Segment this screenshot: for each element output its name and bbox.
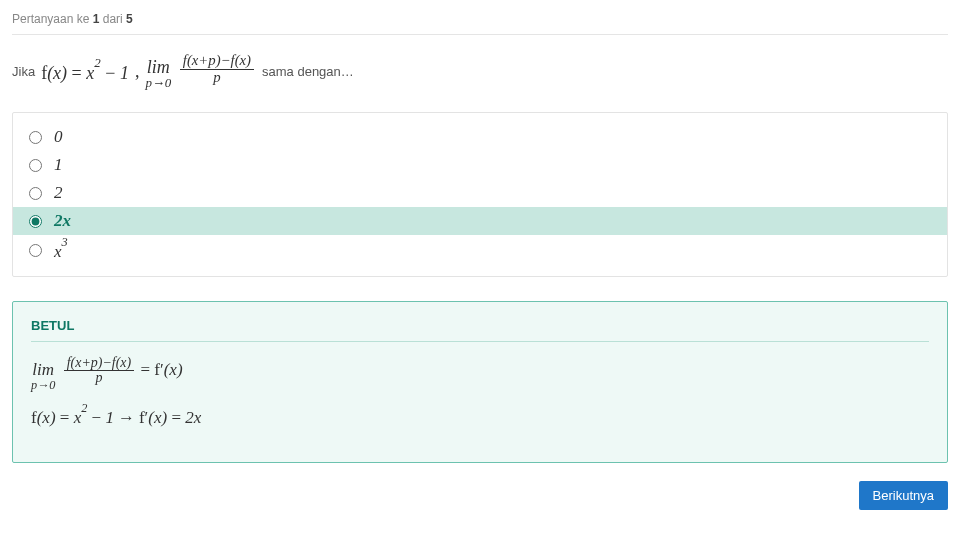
feedback-line-1: lim p→0 f(x+p)−f(x) p = f′(x) — [31, 356, 929, 391]
answer-list: 0 1 2 2x x3 — [12, 112, 948, 277]
answer-label: 1 — [54, 155, 63, 175]
next-button[interactable]: Berikutnya — [859, 481, 948, 510]
answer-option-3[interactable]: 2x — [13, 207, 947, 235]
answer-label: 2 — [54, 183, 63, 203]
question-lead: Jika — [12, 64, 35, 79]
answer-label: x3 — [54, 239, 68, 262]
feedback-title: BETUL — [31, 318, 929, 342]
footer: Berikutnya — [12, 481, 948, 510]
progress-total: 5 — [126, 12, 133, 26]
progress-sep: dari — [99, 12, 126, 26]
question-comma: , — [135, 61, 140, 82]
question-tail: sama dengan… — [262, 64, 354, 79]
answer-option-0[interactable]: 0 — [13, 123, 947, 151]
answer-radio[interactable] — [29, 215, 42, 228]
progress-prefix: Pertanyaan ke — [12, 12, 93, 26]
question-limit: lim p→0 f(x+p)−f(x) p — [145, 53, 256, 90]
answer-label: 2x — [54, 211, 71, 231]
answer-radio[interactable] — [29, 244, 42, 257]
question-expr-fx: f(x) = x2 − 1 — [41, 60, 129, 84]
answer-radio[interactable] — [29, 187, 42, 200]
feedback-panel: BETUL lim p→0 f(x+p)−f(x) p = f′(x) f(x)… — [12, 301, 948, 463]
answer-radio[interactable] — [29, 159, 42, 172]
answer-radio[interactable] — [29, 131, 42, 144]
feedback-line-2: f(x) = x2 − 1→f′(x) = 2x — [31, 405, 929, 428]
question-text: Jika f(x) = x2 − 1 , lim p→0 f(x+p)−f(x)… — [12, 53, 948, 90]
answer-option-1[interactable]: 1 — [13, 151, 947, 179]
answer-option-4[interactable]: x3 — [13, 235, 947, 266]
question-progress: Pertanyaan ke 1 dari 5 — [12, 12, 948, 35]
answer-label: 0 — [54, 127, 63, 147]
answer-option-2[interactable]: 2 — [13, 179, 947, 207]
